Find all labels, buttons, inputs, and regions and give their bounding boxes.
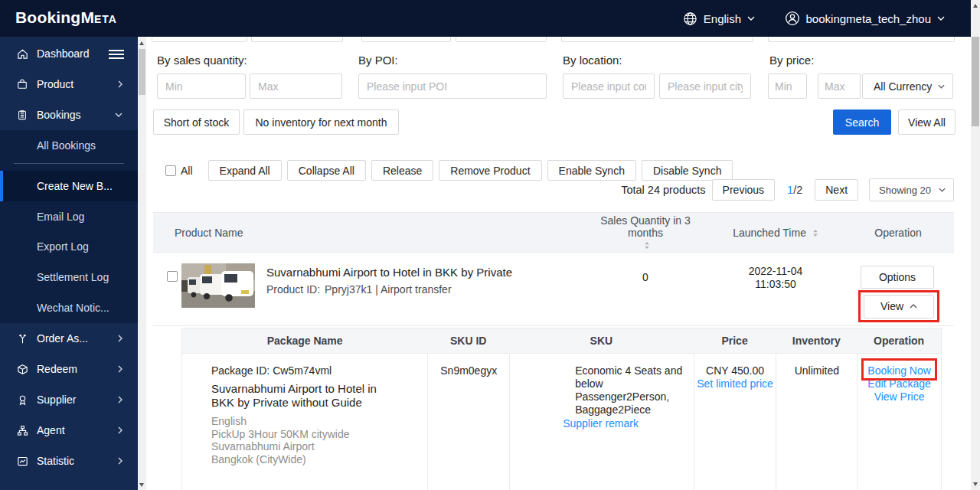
booking-now-link[interactable]: Booking Now [858,364,941,377]
column-launched-time[interactable]: Launched Time [709,227,842,239]
collapse-all-button[interactable]: Collapse All [287,160,366,181]
country-input[interactable] [563,74,655,99]
brand-part-booking: Booking [15,8,80,26]
scrollbar-thumb[interactable] [972,37,979,126]
column-launched-time-label: Launched Time [733,227,806,239]
price-max-input[interactable] [818,74,861,99]
sidebar-item-order-assistant[interactable]: Order As... [0,323,138,354]
scrollbar-thumb[interactable] [139,49,145,95]
sidebar-item-redeem[interactable]: Redeem [0,354,138,384]
chevron-down-icon [747,16,755,21]
pagination: Total 24 products Previous 1/2 Next Show… [621,178,954,201]
release-button[interactable]: Release [371,160,433,181]
box-icon [17,364,28,375]
total-products-label: Total 24 products [621,184,705,196]
product-checkbox[interactable] [167,271,178,282]
no-inventory-button[interactable]: No inventory for next month [243,109,399,135]
location-label: By location: [563,54,622,67]
sidebar-item-email-log[interactable]: Email Log [0,201,138,232]
column-sales-quantity[interactable]: Sales Quantity in 3 months [582,214,709,251]
page-size-select[interactable]: Showing 20 [869,178,954,201]
sku-description: Economic 4 Seats and below Passenger2Per… [575,364,691,416]
view-price-link[interactable]: View Price [858,390,941,403]
enable-synch-button[interactable]: Enable Synch [547,160,636,181]
select-all-label: All [181,165,193,177]
sales-min-input[interactable] [157,74,246,99]
chevron-right-icon [118,457,122,465]
currency-value: All Currency [874,80,932,93]
set-limited-price-link[interactable]: Set limited price [694,377,776,390]
scroll-up-arrow[interactable] [139,41,144,45]
poi-input[interactable] [358,74,547,99]
products-table: Product Name Sales Quantity in 3 months … [153,212,954,326]
sidebar-item-label: Dashboard [37,47,90,60]
clipped-input[interactable] [251,37,343,42]
scroll-down-arrow[interactable] [973,482,978,486]
remove-product-button[interactable]: Remove Product [439,160,541,181]
page-scrollbar[interactable] [971,0,980,490]
chevron-right-icon [118,396,122,403]
sidebar-item-dashboard[interactable]: Dashboard [0,38,138,69]
product-title[interactable]: Suvarnabhumi Airport to Hotel in BKK by … [266,266,512,279]
sort-icon[interactable] [812,229,818,237]
currency-select[interactable]: All Currency [862,74,953,99]
chevron-down-icon [939,188,946,192]
sidebar-item-create-new-booking[interactable]: Create New B... [0,171,138,201]
branch-arrows-icon [17,333,28,345]
briefcase-icon [17,79,28,90]
clipped-input[interactable] [561,37,753,42]
package-row: Package ID: Cw5m74vml Suvarnabhumi Airpo… [182,354,941,490]
chevron-down-icon [937,16,945,21]
sidebar-item-agent[interactable]: Agent [0,415,138,446]
inventory-value: Unlimited [776,354,857,490]
previous-page-button[interactable]: Previous [712,179,775,201]
sidebar-item-settlement-log[interactable]: Settlement Log [0,262,138,292]
sidebar-item-all-bookings[interactable]: All Bookings [0,130,138,161]
clipboard-icon [17,109,28,120]
product-category: Airport transfer [381,283,452,296]
poi-label: By POI: [358,54,398,67]
expand-all-button[interactable]: Expand All [208,160,282,181]
sidebar-item-label: Bookings [37,109,81,121]
sort-icon[interactable] [644,241,650,250]
sidebar-item-export-log[interactable]: Export Log [0,231,138,262]
view-all-button[interactable]: View All [898,109,956,135]
edit-package-link[interactable]: Edit Package [858,377,941,390]
clipped-input[interactable] [456,37,547,42]
view-button[interactable]: View [864,295,934,318]
product-thumbnail[interactable] [181,263,255,308]
brand-logo[interactable]: BookingMETA [15,8,117,27]
app-window: BookingMETA English bookingmeta_tech_ [0,0,980,490]
language-selector[interactable]: English [683,0,755,37]
disable-synch-button[interactable]: Disable Synch [642,160,733,181]
clipped-input[interactable] [361,37,451,42]
user-menu[interactable]: bookingmeta_tech_zhou [785,0,945,37]
next-page-button[interactable]: Next [815,179,858,201]
chevron-down-icon [115,113,122,117]
package-language: English [211,415,406,428]
options-button[interactable]: Options [861,266,934,289]
scroll-up-arrow[interactable] [973,4,978,8]
short-of-stock-button[interactable]: Short of stock [153,109,240,135]
city-input[interactable] [659,74,751,99]
sidebar-item-wechat-notice[interactable]: Wechat Notic... [0,292,138,323]
sidebar-item-bookings[interactable]: Bookings [0,100,138,130]
search-button[interactable]: Search [833,109,891,135]
sidebar-item-statistic[interactable]: Statistic [0,446,138,476]
column-inventory: Inventory [776,335,857,347]
chevron-up-icon [910,304,917,309]
column-sku: SKU [509,335,694,347]
sales-max-input[interactable] [250,74,342,99]
clipped-input[interactable] [768,37,955,42]
select-all-checkbox[interactable] [165,165,176,176]
sidebar-item-product[interactable]: Product [0,69,138,100]
clipped-input[interactable] [152,37,247,42]
column-sku-id: SKU ID [427,335,509,347]
column-package-name: Package Name [182,335,427,347]
price-min-input[interactable] [768,74,807,99]
content-scrollbar[interactable] [138,37,146,490]
scroll-down-arrow[interactable] [139,483,144,487]
medal-icon [17,394,28,406]
sidebar-item-supplier[interactable]: Supplier [0,384,138,415]
supplier-remark-link[interactable]: Supplier remark [563,417,694,430]
